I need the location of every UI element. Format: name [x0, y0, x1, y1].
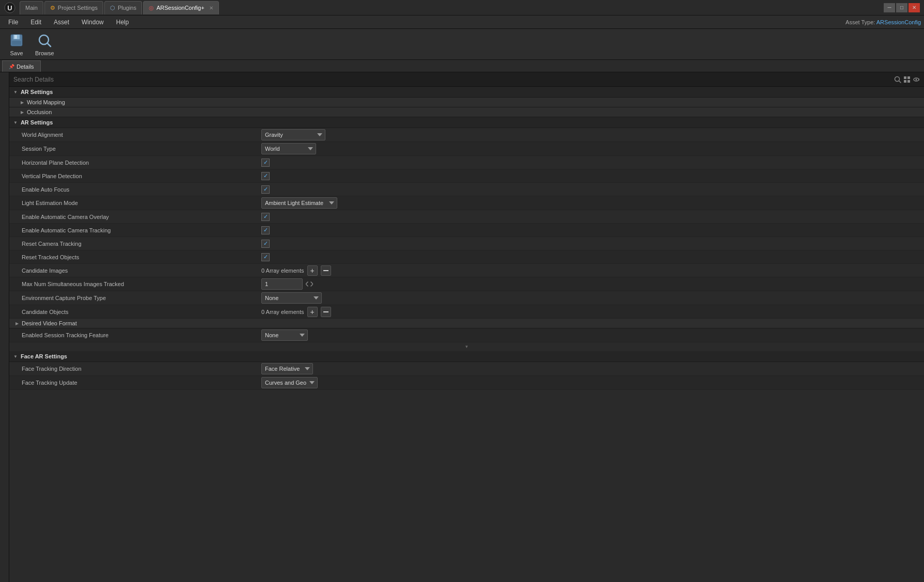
details-tab-bar: 📌 Details: [0, 60, 924, 72]
candidate-objects-count: 0 Array elements: [261, 309, 304, 315]
enable-auto-focus-row: Enable Auto Focus: [9, 183, 924, 196]
search-input[interactable]: [13, 76, 891, 83]
light-estimation-label: Light Estimation Mode: [9, 200, 257, 206]
save-button[interactable]: Save: [5, 30, 28, 58]
session-tracking-feature-select[interactable]: None Tracking Session: [261, 329, 308, 341]
candidate-objects-add-button[interactable]: +: [307, 307, 318, 317]
env-capture-select[interactable]: None AutomaticCapture ManualCapture: [261, 292, 322, 304]
tab-main[interactable]: Main: [20, 1, 43, 14]
ar-settings-1-label: AR Settings: [21, 89, 53, 95]
light-estimation-select[interactable]: Ambient Light Estimate None DirectionalL…: [261, 197, 337, 209]
session-tracking-feature-control: None Tracking Session: [257, 329, 924, 341]
search-icon: [894, 76, 901, 83]
content-area: ▼ AR Settings ▶ World Mapping ▶ Occlusio…: [0, 72, 924, 582]
horizontal-plane-control: [257, 159, 924, 167]
menu-edit[interactable]: Edit: [25, 18, 46, 27]
ar-settings-section-1[interactable]: ▼ AR Settings: [9, 87, 924, 98]
asset-type-value: ARSessionConfig: [876, 19, 921, 25]
menu-help[interactable]: Help: [111, 18, 134, 27]
ue-logo-icon: U: [4, 2, 15, 13]
vertical-plane-checkbox[interactable]: [261, 172, 270, 180]
ar-settings-2-label: AR Settings: [21, 119, 53, 125]
desired-video-format-triangle: ▶: [15, 321, 19, 326]
candidate-objects-array: 0 Array elements +: [261, 307, 331, 317]
horizontal-plane-checkbox[interactable]: [261, 159, 270, 167]
details-tab[interactable]: 📌 Details: [2, 60, 41, 72]
face-tracking-direction-row: Face Tracking Direction Face Relative Wo…: [9, 362, 924, 376]
horizontal-plane-row: Horizontal Plane Detection: [9, 156, 924, 169]
world-mapping-subsection[interactable]: ▶ World Mapping: [9, 98, 924, 107]
ar-settings-section-2[interactable]: ▼ AR Settings: [9, 117, 924, 128]
vertical-plane-row: Vertical Plane Detection: [9, 169, 924, 183]
menu-file[interactable]: File: [3, 18, 23, 27]
session-tracking-feature-row: Enabled Session Tracking Feature None Tr…: [9, 328, 924, 342]
pin-icon: 📌: [9, 64, 14, 69]
search-icons: [894, 76, 920, 83]
toolbar: Save Browse: [0, 29, 924, 60]
max-num-simultaneous-row: Max Num Simultaneous Images Tracked: [9, 277, 924, 291]
candidate-images-label: Candidate Images: [9, 268, 257, 274]
candidate-images-add-button[interactable]: +: [307, 265, 318, 276]
desired-video-format-row[interactable]: ▶ Desired Video Format: [9, 319, 924, 328]
tab-plugins[interactable]: ⬡ Plugins: [104, 1, 142, 14]
menu-bar: File Edit Asset Window Help Asset Type: …: [0, 15, 924, 29]
camera-overlay-checkbox[interactable]: [261, 213, 270, 221]
tabs-area: Main ⚙ Project Settings ⬡ Plugins ◎ ARSe…: [20, 0, 884, 15]
arsession-icon: ◎: [149, 5, 154, 11]
candidate-images-array: 0 Array elements +: [261, 265, 331, 276]
candidate-images-count: 0 Array elements: [261, 268, 304, 274]
svg-line-9: [899, 81, 901, 83]
env-capture-row: Environment Capture Probe Type None Auto…: [9, 291, 924, 305]
search-bar: [9, 72, 924, 87]
close-button[interactable]: ✕: [909, 3, 920, 12]
project-settings-icon: ⚙: [50, 5, 55, 11]
light-estimation-control: Ambient Light Estimate None DirectionalL…: [257, 197, 924, 209]
face-ar-settings-section[interactable]: ▼ Face AR Settings: [9, 351, 924, 362]
browse-label: Browse: [35, 50, 54, 56]
tab-close-icon[interactable]: ✕: [209, 5, 213, 11]
save-label: Save: [10, 50, 23, 56]
reset-tracked-objects-label: Reset Tracked Objects: [9, 254, 257, 260]
number-drag-icon: [306, 280, 313, 288]
menu-asset[interactable]: Asset: [49, 18, 74, 27]
camera-overlay-control: [257, 213, 924, 221]
svg-rect-4: [14, 35, 17, 39]
candidate-images-control: 0 Array elements +: [257, 265, 924, 276]
eye-options-icon[interactable]: [913, 76, 920, 83]
tab-project-settings[interactable]: ⚙ Project Settings: [44, 1, 103, 14]
occlusion-subsection[interactable]: ▶ Occlusion: [9, 107, 924, 117]
maximize-button[interactable]: □: [896, 3, 907, 12]
camera-overlay-row: Enable Automatic Camera Overlay: [9, 210, 924, 224]
candidate-images-remove-button[interactable]: [321, 265, 331, 276]
svg-rect-18: [323, 311, 328, 312]
candidate-objects-remove-button[interactable]: [321, 307, 331, 317]
minimize-button[interactable]: ─: [884, 3, 895, 12]
face-tracking-update-select[interactable]: Curves and Geo Curves Only None: [261, 377, 318, 388]
grid-view-icon[interactable]: [903, 76, 911, 83]
settings-content: ▼ AR Settings ▶ World Mapping ▶ Occlusio…: [9, 87, 924, 582]
face-tracking-direction-select[interactable]: Face Relative World Relative: [261, 363, 313, 374]
max-num-simultaneous-label: Max Num Simultaneous Images Tracked: [9, 281, 257, 287]
max-num-simultaneous-control: [257, 278, 924, 290]
camera-overlay-label: Enable Automatic Camera Overlay: [9, 214, 257, 220]
enable-auto-focus-checkbox[interactable]: [261, 185, 270, 194]
horizontal-plane-label: Horizontal Plane Detection: [9, 160, 257, 166]
world-mapping-triangle: ▶: [21, 100, 24, 105]
reset-tracked-objects-checkbox[interactable]: [261, 253, 270, 261]
camera-tracking-row: Enable Automatic Camera Tracking: [9, 224, 924, 237]
reset-camera-tracking-checkbox[interactable]: [261, 240, 270, 248]
world-alignment-select[interactable]: Gravity GravityAndHeading Camera: [261, 129, 325, 140]
menu-window[interactable]: Window: [76, 18, 109, 27]
browse-button[interactable]: Browse: [32, 30, 57, 58]
world-alignment-row: World Alignment Gravity GravityAndHeadin…: [9, 128, 924, 142]
svg-rect-13: [907, 80, 910, 83]
tab-arsession-config[interactable]: ◎ ARSessionConfig+ ✕: [143, 1, 219, 14]
details-panel: ▼ AR Settings ▶ World Mapping ▶ Occlusio…: [9, 72, 924, 582]
window-controls: ─ □ ✕: [884, 3, 920, 12]
reset-camera-tracking-control: [257, 240, 924, 248]
camera-tracking-checkbox[interactable]: [261, 226, 270, 234]
session-type-select[interactable]: World Face World and Face: [261, 143, 316, 154]
details-tab-label: Details: [17, 64, 34, 70]
max-num-simultaneous-input[interactable]: [261, 278, 303, 290]
tab-project-settings-label: Project Settings: [58, 5, 98, 11]
